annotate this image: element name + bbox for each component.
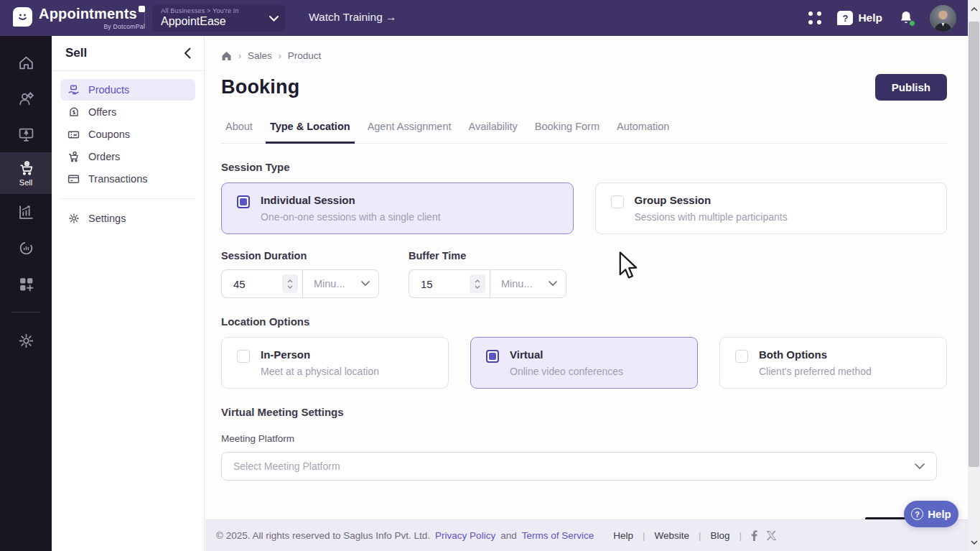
business-selector[interactable]: All Businesses > You're In AppointEase [152,4,286,32]
header-divider [144,9,145,27]
meeting-platform-placeholder: Select Meeting Platform [233,460,340,472]
individual-session-card[interactable]: Individual Session One-on-one sessions w… [221,182,574,234]
virtual-meeting-settings-heading: Virtual Meeting Settings [221,406,947,418]
card-title: In-Person [261,348,379,361]
notifications-bell-icon[interactable] [898,9,914,27]
group-session-card[interactable]: Group Session Sessions with multiple par… [595,182,948,234]
rail-settings-icon[interactable] [0,323,52,358]
sidebar-item-transactions[interactable]: Transactions [60,168,195,190]
tab-about[interactable]: About [221,121,257,144]
buffer-time-unit-select[interactable]: Minu... [490,269,566,298]
rail-launch-icon[interactable] [0,116,52,152]
offers-icon [67,106,80,118]
tab-type-location[interactable]: Type & Location [266,121,355,144]
apps-grid-icon[interactable] [808,11,821,24]
both-options-card[interactable]: Both Options Client's preferred method [719,337,947,389]
app-name: Appointments [39,5,137,22]
sidebar-title: Sell [65,46,87,60]
footer-help-link[interactable]: Help [613,530,633,541]
virtual-card[interactable]: Virtual Online video conferences [470,337,698,389]
scrollbar-thumb[interactable] [969,22,979,467]
meeting-platform-select[interactable]: Select Meeting Platform [221,452,937,481]
floating-help-button[interactable]: ? Help [904,501,958,527]
rail-contacts-icon[interactable] [0,80,52,116]
tab-booking-form[interactable]: Booking Form [531,121,604,144]
session-duration-input[interactable] [233,278,273,290]
sidebar-item-settings[interactable]: Settings [60,208,195,229]
chevron-down-icon [915,463,925,470]
sidebar-item-label: Products [88,84,129,96]
buffer-time-label: Buffer Time [409,250,566,261]
buffer-time-field: Buffer Time Minu... [409,250,566,298]
sidebar-item-coupons[interactable]: Coupons [60,124,195,145]
sidebar-item-label: Transactions [88,173,147,185]
tab-availability[interactable]: Availability [465,121,522,144]
individual-session-checkbox[interactable] [237,195,250,208]
sidebar-item-label: Orders [88,151,120,162]
breadcrumb-sales[interactable]: Sales [248,50,272,61]
icon-rail: Sell [0,36,52,551]
card-description: Client's preferred method [759,366,872,377]
logo-byline: By DotcomPal [103,23,144,30]
rail-home-icon[interactable] [0,45,52,80]
rail-analytics-icon[interactable] [0,194,52,230]
footer-separator: | [699,530,701,541]
x-twitter-icon[interactable] [767,531,776,540]
sidebar-item-orders[interactable]: Orders [60,146,195,167]
unit-value: Minu... [501,278,533,290]
group-session-checkbox[interactable] [611,195,624,208]
breadcrumb-separator: › [238,51,241,61]
facebook-icon[interactable] [751,530,757,541]
sidebar-item-offers[interactable]: Offers [60,101,195,123]
app-logo[interactable]: Appointments By DotcomPal [13,5,145,30]
tab-automation[interactable]: Automation [612,121,673,144]
in-person-checkbox[interactable] [237,350,250,363]
session-duration-field: Session Duration Minu... [221,250,379,298]
buffer-time-input[interactable] [421,278,460,290]
copyright-text: © 2025. All rights reserved to Saglus In… [216,530,430,541]
session-duration-unit-select[interactable]: Minu... [302,269,379,298]
card-description: One-on-one sessions with a single client [261,211,441,223]
logo-chat-bubble-icon [13,7,32,27]
both-options-checkbox[interactable] [735,350,748,363]
breadcrumb-home-icon[interactable] [221,51,232,61]
footer-blog-link[interactable]: Blog [711,530,730,541]
rail-reports-icon[interactable] [0,230,52,266]
terms-of-service-link[interactable]: Terms of Service [522,530,594,541]
rail-sell-item[interactable]: Sell [0,152,52,194]
sidebar-item-label: Coupons [88,129,130,140]
and-text: and [500,530,517,541]
card-title: Virtual [510,348,623,361]
card-title: Both Options [759,348,872,361]
page-title: Booking [221,76,299,98]
privacy-policy-link[interactable]: Privacy Policy [435,530,495,541]
rail-apps-icon[interactable] [0,266,52,302]
tab-agent-assignment[interactable]: Agent Assignment [363,121,456,144]
chevron-down-icon [361,281,370,287]
header-help-label: Help [858,11,882,24]
header-help-button[interactable]: ? Help [837,11,882,25]
card-title: Group Session [635,194,788,206]
publish-button[interactable]: Publish [875,74,947,101]
scrollbar-down-arrow[interactable] [968,536,980,548]
main-content: › Sales › Product Booking Publish About … [205,36,968,551]
sidebar-item-products[interactable]: Products [60,79,195,101]
card-description: Sessions with multiple participants [635,211,788,223]
watch-training-link[interactable]: Watch Training → [309,11,397,24]
footer-separator: | [643,530,645,541]
question-circle-icon: ? [911,508,923,520]
sidebar-divider [60,198,195,199]
virtual-checkbox[interactable] [486,350,499,363]
sidebar-collapse-icon[interactable] [184,47,191,59]
products-icon [67,84,80,96]
page-scrollbar[interactable] [968,0,980,551]
in-person-card[interactable]: In-Person Meet at a physical location [221,337,449,389]
sidebar-item-label: Settings [88,213,126,224]
user-avatar[interactable] [930,5,956,32]
footer-website-link[interactable]: Website [654,530,689,541]
session-duration-stepper[interactable] [282,274,298,293]
scrollbar-up-arrow[interactable] [968,3,980,15]
buffer-time-stepper[interactable] [470,274,485,293]
breadcrumb-product[interactable]: Product [288,50,322,61]
smiley-icon [17,11,29,22]
